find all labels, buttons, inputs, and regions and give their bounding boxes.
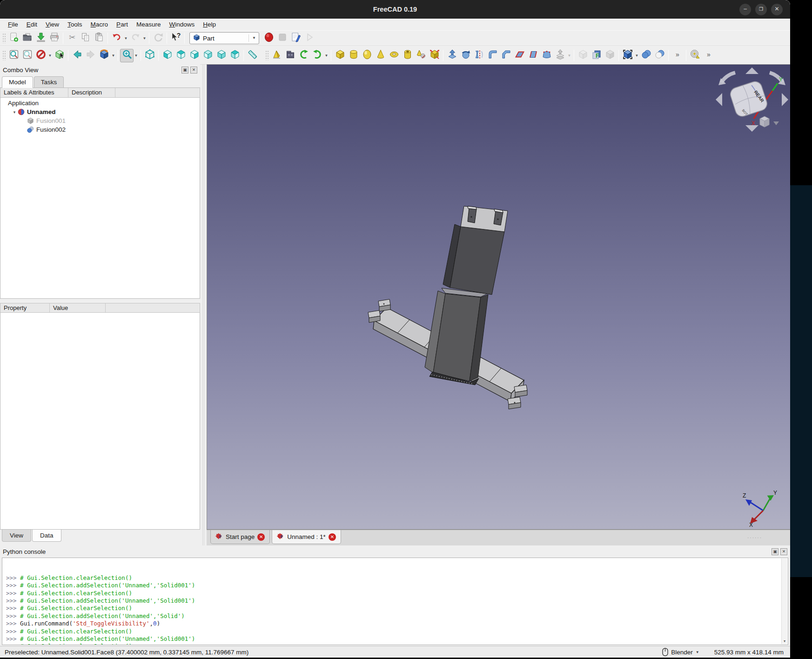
macro-play-button[interactable] bbox=[302, 32, 316, 45]
menu-file[interactable]: File bbox=[4, 20, 22, 29]
whats-this-button[interactable]: ? bbox=[169, 32, 182, 45]
menu-tools[interactable]: Tools bbox=[63, 20, 87, 29]
chamfer-button[interactable] bbox=[499, 49, 513, 62]
toolbar-overflow-2-button[interactable]: » bbox=[702, 49, 715, 62]
navigation-cube[interactable]: Y X REAR BOT bbox=[715, 67, 789, 136]
view-front-button[interactable] bbox=[161, 49, 174, 62]
measure-distance-view-button[interactable] bbox=[246, 49, 259, 62]
zoom-tool-button[interactable] bbox=[120, 49, 134, 62]
titlebar[interactable]: FreeCAD 0.19 – ❐ ✕ bbox=[0, 0, 790, 19]
menu-measure[interactable]: Measure bbox=[132, 20, 165, 29]
tree-item-fusion002[interactable]: Fusion002 bbox=[0, 125, 200, 134]
macro-edit-button[interactable] bbox=[289, 32, 302, 45]
paste-button[interactable] bbox=[92, 32, 106, 45]
copy-button[interactable] bbox=[79, 32, 92, 45]
sweep-button[interactable] bbox=[553, 49, 567, 62]
shape-builder-button[interactable] bbox=[270, 49, 283, 62]
link-navigate-dropdown-icon[interactable]: ▼ bbox=[111, 49, 116, 62]
box-selection-button[interactable] bbox=[621, 49, 634, 62]
draw-style-dropdown-icon[interactable]: ▼ bbox=[47, 49, 53, 62]
tree-column-description[interactable]: Description bbox=[68, 88, 115, 97]
tab-start-page[interactable]: F Start page ✕ bbox=[210, 530, 270, 544]
primitive-cone-button[interactable] bbox=[374, 49, 387, 62]
primitive-sphere-button[interactable] bbox=[360, 49, 374, 62]
primitive-cylinder-button[interactable] bbox=[347, 49, 360, 62]
thickness-button[interactable] bbox=[603, 49, 617, 62]
macro-record-button[interactable] bbox=[262, 32, 275, 45]
toolbar-grip[interactable] bbox=[265, 50, 268, 61]
console-scrollbar[interactable]: ▼ bbox=[781, 558, 787, 644]
property-column-property[interactable]: Property bbox=[0, 303, 50, 312]
panel-close-icon[interactable]: ✕ bbox=[190, 67, 197, 74]
extrude-button[interactable] bbox=[445, 49, 459, 62]
boolean-union-button[interactable] bbox=[639, 49, 653, 62]
tab-tasks[interactable]: Tasks bbox=[34, 76, 64, 87]
save-document-button[interactable] bbox=[34, 32, 47, 45]
expander-icon[interactable]: ▾ bbox=[12, 110, 17, 114]
3d-model[interactable] bbox=[363, 195, 540, 418]
view-fit-selection-button[interactable] bbox=[20, 49, 34, 62]
view-fit-all-button[interactable] bbox=[7, 49, 20, 62]
console-close-icon[interactable]: ✕ bbox=[780, 548, 787, 555]
toolbar-grip[interactable] bbox=[2, 50, 6, 61]
main-splitter[interactable] bbox=[200, 64, 207, 545]
loft-button[interactable] bbox=[540, 49, 553, 62]
new-document-button[interactable] bbox=[7, 32, 20, 45]
undo-button[interactable] bbox=[110, 32, 123, 45]
tab-unnamed-document-close-icon[interactable]: ✕ bbox=[329, 533, 336, 541]
tab-model[interactable]: Model bbox=[2, 76, 33, 88]
fillet-button[interactable] bbox=[486, 49, 499, 62]
primitive-tube-button[interactable] bbox=[401, 49, 414, 62]
sweep-dropdown-icon[interactable]: ▼ bbox=[567, 49, 572, 62]
menu-part[interactable]: Part bbox=[112, 20, 132, 29]
mirror-button[interactable] bbox=[472, 49, 486, 62]
undo-dropdown-icon[interactable]: ▼ bbox=[123, 32, 128, 45]
splitter-dots[interactable]: ······ bbox=[747, 535, 762, 540]
make-face-button[interactable] bbox=[513, 49, 526, 62]
cut-button[interactable]: ✂ bbox=[65, 32, 79, 45]
console-float-icon[interactable]: ▣ bbox=[772, 548, 778, 555]
view-bottom-button[interactable] bbox=[215, 49, 228, 62]
toolbar-grip[interactable] bbox=[2, 33, 6, 43]
workbench-selector[interactable]: Part ▼ bbox=[189, 32, 259, 44]
shape-from-mesh-button[interactable] bbox=[428, 49, 441, 62]
tree-column-labels-attributes[interactable]: Labels & Attributes bbox=[0, 88, 68, 97]
panel-splitter[interactable] bbox=[0, 299, 200, 303]
ruled-surface-button[interactable] bbox=[526, 49, 540, 62]
redo-dropdown-icon[interactable]: ▼ bbox=[142, 32, 147, 45]
panel-float-icon[interactable]: ▣ bbox=[181, 67, 188, 74]
primitive-torus-button[interactable] bbox=[387, 49, 401, 62]
view-rear-button[interactable] bbox=[201, 49, 215, 62]
view-right-button[interactable] bbox=[188, 49, 201, 62]
create-primitives-button[interactable] bbox=[414, 49, 428, 62]
tree-item-application[interactable]: Application bbox=[0, 99, 200, 108]
link-navigate-button[interactable] bbox=[97, 49, 111, 62]
measure-linear-button[interactable] bbox=[688, 49, 702, 62]
menu-help[interactable]: Help bbox=[199, 20, 220, 29]
python-console-output[interactable]: >>> # Gui.Selection.clearSelection()>>> … bbox=[2, 558, 788, 645]
zoom-tool-dropdown-icon[interactable]: ▼ bbox=[134, 49, 139, 62]
view-left-button[interactable] bbox=[228, 49, 242, 62]
tab-unnamed-document[interactable]: F Unnamed : 1* ✕ bbox=[272, 530, 341, 544]
workbench-dropdown-icon[interactable]: ▼ bbox=[248, 34, 256, 42]
nav-forward-button[interactable] bbox=[84, 49, 97, 62]
export-shape-dropdown-icon[interactable]: ▼ bbox=[324, 49, 329, 62]
macro-stop-button[interactable] bbox=[275, 32, 289, 45]
draw-style-button[interactable] bbox=[34, 49, 47, 62]
box-selection-dropdown-icon[interactable]: ▼ bbox=[634, 49, 639, 62]
scroll-down-icon[interactable]: ▼ bbox=[782, 639, 787, 644]
minimize-button[interactable]: – bbox=[739, 4, 751, 15]
nav-back-button[interactable] bbox=[70, 49, 84, 62]
boolean-cut-button[interactable] bbox=[653, 49, 666, 62]
tab-view[interactable]: View bbox=[2, 530, 31, 542]
make-compound-button[interactable] bbox=[283, 49, 297, 62]
tab-data[interactable]: Data bbox=[32, 530, 61, 542]
menu-windows[interactable]: Windows bbox=[165, 20, 199, 29]
property-column-value[interactable]: Value bbox=[50, 303, 106, 312]
revolve-button[interactable] bbox=[459, 49, 472, 62]
export-shape-button[interactable] bbox=[310, 49, 324, 62]
menu-edit[interactable]: Edit bbox=[22, 20, 41, 29]
offset-3d-button[interactable] bbox=[576, 49, 590, 62]
property-editor[interactable] bbox=[0, 313, 200, 530]
primitive-box-button[interactable] bbox=[333, 49, 347, 62]
